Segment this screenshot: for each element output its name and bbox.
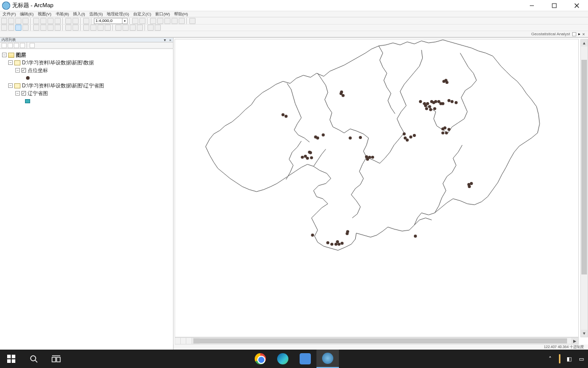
time-slider-btn[interactable] [148, 25, 154, 31]
toc-layer1-symbol[interactable] [2, 74, 173, 82]
menu-insert[interactable]: 插入(I) [71, 11, 87, 17]
toc-group1-row[interactable]: − D:\学习资料\毕设数据\新图\数据 [2, 59, 173, 66]
toc-close-icon[interactable]: × [169, 38, 172, 42]
expand-icon[interactable]: − [8, 83, 13, 88]
menu-view[interactable]: 视图(V) [36, 11, 53, 17]
create-viewer-btn[interactable] [155, 25, 161, 31]
fixed-zoom-in-btn[interactable] [33, 25, 39, 31]
taskbar-edge[interactable] [272, 350, 294, 368]
pan-btn[interactable] [15, 25, 21, 31]
menu-file[interactable]: 文件(F) [1, 11, 17, 17]
fwd-extent-btn[interactable] [55, 25, 61, 31]
toc-options[interactable] [30, 43, 35, 48]
select-features-btn[interactable] [65, 25, 71, 31]
vscroll-thumb[interactable] [581, 60, 587, 274]
cut-btn[interactable] [33, 18, 39, 24]
toc-list-by-source[interactable] [8, 43, 13, 48]
html-popup-btn[interactable] [105, 25, 111, 31]
toc-list-by-visibility[interactable] [14, 43, 19, 48]
ext-btn[interactable] [189, 18, 195, 24]
layer1-visibility-checkbox[interactable]: ✓ [21, 68, 26, 73]
toc-btn[interactable] [139, 18, 145, 24]
geostat-close-icon[interactable]: × [582, 32, 585, 37]
paste-btn[interactable] [47, 18, 54, 24]
tray-notifications-icon[interactable]: ▭ [578, 355, 585, 362]
geostat-wiz-icon[interactable]: ▸ [578, 32, 580, 36]
taskbar-arcmap[interactable] [316, 350, 339, 368]
scroll-up-icon[interactable]: ▲ [581, 39, 587, 47]
menu-geoprocessing[interactable]: 地理处理(G) [105, 11, 131, 17]
toc-layer2-symbol[interactable] [2, 97, 173, 105]
python-btn[interactable] [172, 18, 178, 24]
open-btn[interactable] [8, 18, 14, 24]
hscroll-thumb[interactable] [193, 338, 567, 343]
start-button[interactable] [0, 350, 22, 368]
print-btn[interactable] [22, 18, 29, 24]
menu-customize[interactable]: 自定义(C) [132, 11, 153, 17]
back-extent-btn[interactable] [47, 25, 54, 31]
menu-windows[interactable]: 窗口(W) [154, 11, 172, 17]
expand-icon[interactable]: − [15, 68, 20, 73]
minimize-button[interactable] [521, 0, 543, 11]
menu-help[interactable]: 帮助(H) [173, 11, 189, 17]
toc-pin-icon[interactable]: ▾ [164, 38, 166, 42]
toc-titlebar[interactable]: 内容列表 ▾ × [0, 37, 174, 42]
search-button[interactable] [22, 350, 45, 368]
menu-selection[interactable]: 选择(S) [88, 11, 105, 17]
select-elements-btn[interactable] [83, 25, 89, 31]
new-btn[interactable] [1, 18, 7, 24]
scroll-right-icon[interactable]: ▶ [571, 338, 578, 344]
catalog-btn[interactable] [150, 18, 156, 24]
copy-btn[interactable] [40, 18, 46, 24]
identify-btn[interactable] [90, 25, 96, 31]
geostat-dropdown[interactable] [572, 32, 576, 36]
goto-xy-btn[interactable] [137, 25, 143, 31]
expand-icon[interactable]: − [8, 60, 13, 65]
find-btn[interactable] [122, 25, 129, 31]
save-btn[interactable] [15, 18, 21, 24]
zoom-out-btn[interactable] [8, 25, 14, 31]
menu-bookmarks[interactable]: 书签(B) [54, 11, 71, 17]
expand-icon[interactable]: − [15, 91, 20, 96]
add-data-btn[interactable] [83, 18, 89, 24]
toc-list-by-drawing-order[interactable] [2, 43, 7, 48]
expand-icon[interactable]: − [2, 53, 7, 57]
fixed-zoom-out-btn[interactable] [40, 25, 46, 31]
undo-btn[interactable] [65, 18, 71, 24]
close-button[interactable] [566, 0, 588, 11]
editor-toolbar-btn[interactable] [132, 18, 138, 24]
scale-combo[interactable]: 1:4,000,0 ▾ [94, 18, 128, 24]
delete-btn[interactable] [55, 18, 61, 24]
scroll-down-icon[interactable]: ▼ [581, 330, 587, 337]
toc-dataframe-row[interactable]: − 图层 [2, 51, 173, 59]
toc-group2-row[interactable]: − D:\学习资料\毕设数据\新图\辽宁省图 [2, 82, 173, 89]
toc-list-by-selection[interactable] [20, 43, 25, 48]
refresh-btn[interactable] [186, 338, 191, 344]
layer2-visibility-checkbox[interactable]: ✓ [21, 91, 26, 96]
tray-chevron-icon[interactable]: ˄ [547, 355, 554, 362]
maximize-button[interactable] [543, 0, 566, 11]
task-view-button[interactable] [45, 350, 67, 368]
map-vscrollbar[interactable]: ▲ ▼ [580, 39, 588, 337]
scale-dropdown-icon[interactable]: ▾ [122, 18, 127, 24]
data-view-btn[interactable] [175, 338, 181, 344]
measure-btn[interactable] [115, 25, 121, 31]
map-hscrollbar[interactable]: ◀ ▶ [175, 337, 579, 344]
arctoolbox-btn[interactable] [164, 18, 170, 24]
taskbar-app3[interactable] [294, 350, 316, 368]
map-canvas[interactable] [175, 39, 579, 337]
findroute-btn[interactable] [130, 25, 136, 31]
full-extent-btn[interactable] [22, 25, 29, 31]
menu-edit[interactable]: 编辑(E) [18, 11, 35, 17]
zoom-in-btn[interactable] [1, 25, 7, 31]
tray-mic-icon[interactable] [559, 354, 560, 363]
clear-selection-btn[interactable] [72, 25, 79, 31]
taskbar-chrome[interactable] [249, 350, 272, 368]
modelbuilder-btn[interactable] [179, 18, 185, 24]
hyperlink-btn[interactable] [97, 25, 104, 31]
layout-view-btn[interactable] [181, 338, 186, 344]
search-btn[interactable] [157, 18, 163, 24]
toc-layer2-row[interactable]: − ✓ 辽宁省图 [2, 89, 173, 97]
redo-btn[interactable] [72, 18, 79, 24]
tray-network-icon[interactable]: ◧ [566, 355, 573, 362]
